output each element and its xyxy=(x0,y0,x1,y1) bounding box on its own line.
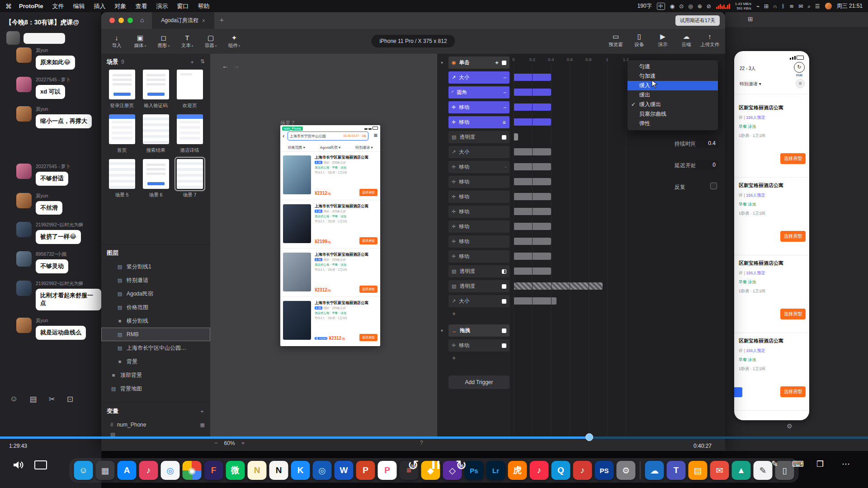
toolbar-shape[interactable]: ◻图形▾ xyxy=(152,34,175,48)
zoom-in-button[interactable]: + xyxy=(241,440,245,446)
hotel-card[interactable]: 上海市长宁区新宝格丽酒店公寓 8.86很好 · 205条点评 酒店式公寓 · 早… xyxy=(280,151,380,200)
dock-app-store-icon[interactable]: A xyxy=(118,461,137,480)
window-grid-icon[interactable]: ⊞ xyxy=(748,15,753,23)
filter-dropdown[interactable]: 价格范围 ▾ xyxy=(288,145,305,150)
toolbar-container[interactable]: ▢容器▾ xyxy=(199,34,222,48)
search-input[interactable]: 上海市长宁区中山公园 03.06-03.07 · 1晚 xyxy=(288,131,368,141)
help-button[interactable]: ? xyxy=(420,440,423,446)
filter-dropdown[interactable]: Agoda民宿 ▾ xyxy=(320,145,340,150)
special-invite-filter[interactable]: 特别邀请 ▾ xyxy=(740,81,761,87)
easing-menu-item[interactable]: 匀速 xyxy=(627,62,718,71)
pencil-tool-icon[interactable]: ✎ xyxy=(771,459,778,469)
response-row[interactable]: ✛ 移动 xyxy=(448,221,509,233)
skip-back-button[interactable]: ↺ 10 xyxy=(404,458,422,473)
partial-blue-button[interactable] xyxy=(734,387,742,397)
response-row[interactable]: ✛ 移动 − xyxy=(448,101,509,113)
menubar-menu-item[interactable]: 插入 xyxy=(89,2,110,10)
select-room-button[interactable]: 选择房型 xyxy=(359,286,377,293)
zoom-out-button[interactable]: − xyxy=(214,440,218,446)
toolbar-text[interactable]: T文本▾ xyxy=(175,34,199,48)
add-variable-button[interactable]: ＋ xyxy=(199,408,205,415)
timeline-bar[interactable] xyxy=(514,133,518,141)
dock-pencil-app-icon[interactable]: ✎ xyxy=(754,461,773,480)
toggle-square[interactable] xyxy=(502,299,506,304)
select-room-button[interactable]: 选择房型 xyxy=(780,386,806,397)
status-icon[interactable]: ⊘ xyxy=(707,3,711,9)
remove-icon[interactable]: − xyxy=(503,89,506,96)
dock-playstation-icon[interactable]: PS xyxy=(595,461,614,480)
select-room-button[interactable]: 选择房型 xyxy=(359,189,377,196)
dock-media-red-icon[interactable]: ♪ xyxy=(139,461,158,480)
status-icon[interactable]: ∩ xyxy=(773,3,777,9)
menubar-menu-item[interactable]: 文件 xyxy=(47,2,68,10)
document-tab[interactable]: Agoda订房流程 × xyxy=(152,12,214,29)
new-tab-button[interactable]: + xyxy=(220,16,224,23)
grip-icon[interactable]: ≣ xyxy=(502,120,506,125)
layer-row[interactable]: ■ 横分割线 xyxy=(101,314,210,328)
dock-chrome-icon[interactable]: ◉ xyxy=(183,461,202,480)
timeline-bar[interactable] xyxy=(514,282,603,290)
video-progress-remaining[interactable] xyxy=(589,436,868,439)
scene-thumb[interactable]: 输入验证码 xyxy=(139,70,173,109)
apple-menu-icon[interactable]: ⌘ xyxy=(5,3,12,10)
device-selector[interactable]: iPhone 11 Pro / X 375 x 812 xyxy=(371,35,455,47)
menubar-menu-item[interactable]: 演示 xyxy=(151,2,172,10)
status-icon[interactable]: ◉ xyxy=(670,3,675,9)
menubar-menu-item[interactable]: 编辑 xyxy=(68,2,89,10)
dock-word-icon[interactable]: W xyxy=(335,461,354,480)
gear-icon[interactable]: ⚙ xyxy=(787,422,793,430)
close-tab-icon[interactable]: × xyxy=(202,18,205,24)
dock-edge-icon[interactable]: ◎ xyxy=(313,461,332,480)
more-options-icon[interactable]: ⋯ xyxy=(842,459,850,469)
layer-row[interactable]: ■ 顶部背景 xyxy=(101,368,210,382)
hotel-card[interactable]: 区新宝格丽酒店公寓 评 | 156人预定 早餐 泳池 1卧房 · 1卫1间 选择… xyxy=(734,178,809,255)
response-row[interactable]: ✛ 移动 xyxy=(448,206,509,218)
remove-icon[interactable]: − xyxy=(503,75,506,81)
video-progress-played[interactable] xyxy=(0,436,589,439)
hotel-card[interactable]: 区新宝格丽酒店公寓 评 | 156人预定 早餐 泳池 1卧房 · 1卫1间 选择… xyxy=(734,255,809,333)
add-response-button[interactable]: + xyxy=(452,310,456,320)
hotel-card[interactable]: 区新宝格丽酒店公寓 评 | 156人预定 早餐 泳池 1卧房 · 1卫1间 选择… xyxy=(734,100,809,178)
toggle-square[interactable] xyxy=(502,328,506,333)
video-progress-handle[interactable] xyxy=(585,433,593,441)
dock-hukewang-icon[interactable]: 虎 xyxy=(508,461,527,480)
status-icon[interactable]: ⊙ xyxy=(679,3,684,9)
minimize-window-button[interactable] xyxy=(118,18,124,23)
back-chevron-icon[interactable]: ‹ xyxy=(283,132,284,139)
toolbar-component[interactable]: ✦组件▾ xyxy=(222,34,246,48)
account-avatar[interactable] xyxy=(825,3,832,9)
fullscreen-icon[interactable]: ❐ xyxy=(816,459,824,469)
hotel-card[interactable]: 上海市长宁区新宝格丽酒店公寓 8.86很好 · 205条点评 酒店式公寓 · 早… xyxy=(280,248,380,296)
layer-row[interactable]: ▨ Agoda民宿 xyxy=(101,287,210,300)
toolbar-present[interactable]: ▶演示 xyxy=(651,33,675,47)
trigger-row[interactable]: ◉ 单击 ＋ xyxy=(448,56,509,69)
response-row[interactable]: ↗ 大小 − xyxy=(448,71,509,84)
add-response-button[interactable]: ＋ xyxy=(494,59,500,66)
keyboard-icon[interactable]: ⌨ xyxy=(792,459,804,469)
scene-thumb[interactable]: 场景 6 xyxy=(139,159,173,198)
screen-share-icon[interactable] xyxy=(34,460,47,469)
toolbar-import[interactable]: ↓导入 xyxy=(105,34,128,48)
currency-widget[interactable]: ↻ RMB xyxy=(794,62,805,77)
response-row[interactable]: ▧ 透明度 xyxy=(448,280,509,292)
response-row[interactable]: ✛ 移动 xyxy=(448,250,509,263)
design-phone-frame[interactable]: num_Phone ‹ 上海市长宁区中山公园 03.06-03.07 · 1晚 … xyxy=(280,125,380,346)
status-icon[interactable]: ⊕ xyxy=(698,3,702,9)
menubar-menu-item[interactable]: 查看 xyxy=(131,2,151,10)
select-room-button[interactable]: 选择房型 xyxy=(780,231,806,242)
volume-icon[interactable] xyxy=(13,460,24,470)
toggle-square[interactable] xyxy=(502,343,506,348)
dock-keynote-icon[interactable]: K xyxy=(291,461,310,480)
forward-arrow-button[interactable]: → xyxy=(233,62,240,70)
folder-icon[interactable]: ▤ xyxy=(29,394,37,404)
add-response-button[interactable]: + xyxy=(452,354,456,364)
status-icon[interactable]: ☰ xyxy=(815,3,820,9)
layer-row[interactable]: ▨ 上海市长宁区中山公园… xyxy=(101,341,210,355)
qr-icon[interactable]: ▦ xyxy=(373,133,377,137)
trial-badge[interactable]: 试用期还有17天 xyxy=(675,15,720,26)
ime-icon[interactable]: 中 xyxy=(657,3,665,10)
toggle-square[interactable] xyxy=(502,61,506,65)
dock-powerpoint-icon[interactable]: P xyxy=(356,461,375,480)
scene-thumb[interactable]: 首页 xyxy=(105,114,139,154)
layer-row[interactable]: ▨ 价格范围 xyxy=(101,300,210,314)
